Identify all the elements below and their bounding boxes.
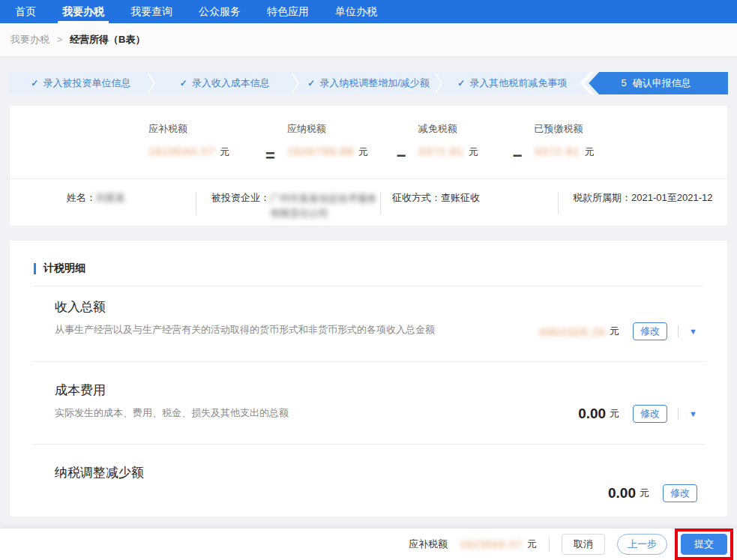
row-value: 0.00	[578, 406, 606, 422]
nav-item-my-tax[interactable]: 我要办税	[58, 0, 109, 23]
step-label: 确认申报信息	[633, 77, 691, 88]
prepaid-tax-label: 已预缴税额	[535, 122, 595, 136]
row-value: 4902328.26	[539, 325, 606, 338]
step-number: 5	[621, 77, 626, 88]
nav-item-home[interactable]: 首页	[10, 0, 40, 23]
breadcrumb: 我要办税 > 经营所得（B表）	[0, 23, 737, 57]
currency-unit: 元	[610, 407, 619, 421]
footer-action-bar: 应补税额 1623044.07 元 取消 上一步 提交	[0, 529, 737, 560]
tax-formula: 应补税额 1623044.07 元 = 应纳税额 1626799.88 元 − …	[10, 106, 727, 178]
payable-tax-value: 1623044.07	[148, 145, 215, 157]
step-wizard: ✓ 录入被投资单位信息 ✓ 录入收入成本信息 ✓ 录入纳税调整增加/减少额 ✓ …	[9, 72, 728, 94]
step-check-icon: ✓	[31, 78, 38, 88]
step-check-icon: ✓	[180, 78, 187, 88]
step-1-invested-unit[interactable]: ✓ 录入被投资单位信息	[9, 72, 153, 94]
step-label: 录入纳税调整增加/减少额	[319, 76, 430, 90]
detail-row-tax-adjust-decrease: 纳税调整减少额 0.00 元 修改	[32, 445, 705, 511]
method-value: 查账征收	[441, 191, 480, 205]
currency-unit: 元	[640, 487, 649, 500]
taxpayer-name-field: 姓名： 刘某某	[67, 191, 196, 226]
currency-unit: 元	[527, 538, 537, 551]
tax-period-field: 税款所属期： 2021-01至2021-12	[559, 191, 727, 226]
prepaid-tax-column: 已预缴税额 3372.81 元	[535, 122, 595, 178]
tax-detail-card: 计税明细 收入总额 从事生产经营以及与生产经营有关的活动取得的货币形式和非货币形…	[9, 240, 728, 517]
assessed-tax-value: 1626799.88	[287, 145, 354, 157]
step-label: 录入收入成本信息	[192, 76, 270, 90]
modify-button[interactable]: 修改	[663, 484, 697, 502]
cancel-button[interactable]: 取消	[562, 534, 605, 555]
section-title: 计税明细	[43, 262, 85, 275]
prepaid-tax-value: 3372.81	[535, 145, 580, 157]
step-separator-chevron-icon	[292, 73, 301, 94]
collection-method-field: 征收方式： 查账征收	[381, 191, 558, 226]
caret-down-icon[interactable]: ▼	[689, 409, 697, 418]
step-4-pre-tax-reduction[interactable]: ✓ 录入其他税前减免事项	[440, 72, 584, 94]
vertical-divider	[549, 537, 550, 552]
row-title: 纳税调整减少额	[55, 464, 697, 481]
step-separator-chevron-icon	[435, 73, 444, 94]
step-label: 录入被投资单位信息	[43, 76, 130, 90]
assessed-tax-column: 应纳税额 1626799.88 元	[287, 122, 385, 178]
previous-step-button[interactable]: 上一步	[617, 534, 667, 555]
currency-unit: 元	[469, 145, 478, 159]
breadcrumb-separator-icon: >	[57, 34, 62, 45]
breadcrumb-current: 经营所得（B表）	[70, 33, 145, 46]
currency-unit: 元	[220, 145, 229, 159]
invested-company-field: 被投资企业： 广州市某某信息技术服务有限责任公司	[196, 191, 380, 226]
row-title: 收入总额	[55, 298, 697, 316]
modify-button[interactable]: 修改	[633, 322, 667, 340]
nav-item-public-service[interactable]: 公众服务	[194, 0, 245, 23]
tax-summary-card: 应补税额 1623044.07 元 = 应纳税额 1626799.88 元 − …	[9, 105, 728, 226]
step-label: 录入其他税前减免事项	[469, 76, 567, 90]
currency-unit: 元	[585, 145, 595, 159]
equals-sign: =	[265, 122, 275, 178]
step-5-confirm-declaration[interactable]: 5确认申报信息	[584, 72, 728, 94]
minus-sign: −	[397, 122, 406, 178]
detail-row-cost-expense: 成本费用 实际发生的成本、费用、税金、损失及其他支出的总额 0.00 元 修改 …	[32, 362, 705, 445]
minus-sign: −	[513, 122, 523, 178]
company-value: 广州市某某信息技术服务有限责任公司	[270, 191, 380, 220]
breadcrumb-parent[interactable]: 我要办税	[10, 33, 49, 46]
taxpayer-info-row: 姓名： 刘某某 被投资企业： 广州市某某信息技术服务有限责任公司 征收方式： 查…	[10, 178, 727, 226]
reduction-tax-column: 减免税额 3372.81 元	[418, 122, 501, 178]
top-nav: 首页 我要办税 我要查询 公众服务 特色应用 单位办税	[0, 0, 737, 23]
reduction-tax-value: 3372.81	[418, 145, 464, 157]
payable-tax-column: 应补税额 1623044.07 元	[148, 122, 253, 178]
modify-button[interactable]: 修改	[633, 405, 667, 423]
assessed-tax-label: 应纳税额	[287, 122, 385, 136]
footer-payable-value: 1623044.07	[460, 538, 523, 550]
section-header: 计税明细	[34, 262, 703, 286]
name-value: 刘某某	[96, 191, 125, 205]
method-label: 征收方式：	[392, 191, 441, 205]
vertical-divider	[678, 408, 679, 420]
period-value: 2021-01至2021-12	[631, 191, 712, 205]
step-3-tax-adjustment[interactable]: ✓ 录入纳税调整增加/减少额	[297, 72, 441, 94]
footer-payable-label: 应补税额	[409, 538, 448, 551]
name-label: 姓名：	[67, 191, 96, 205]
step-check-icon: ✓	[307, 78, 315, 88]
step-2-income-cost[interactable]: ✓ 录入收入成本信息	[153, 72, 297, 94]
currency-unit: 元	[610, 325, 619, 338]
row-value: 0.00	[608, 485, 636, 502]
reduction-tax-label: 减免税额	[418, 122, 501, 136]
step-separator-chevron-icon	[148, 73, 157, 94]
nav-item-query[interactable]: 我要查询	[126, 0, 177, 23]
section-accent-bar	[34, 263, 36, 274]
nav-item-unit-tax[interactable]: 单位办税	[331, 0, 382, 23]
currency-unit: 元	[358, 145, 368, 159]
period-label: 税款所属期：	[573, 191, 631, 205]
nav-item-featured-apps[interactable]: 特色应用	[262, 0, 313, 23]
caret-down-icon[interactable]: ▼	[689, 327, 697, 336]
vertical-divider	[678, 325, 679, 337]
step-check-icon: ✓	[457, 78, 465, 88]
detail-row-total-income: 收入总额 从事生产经营以及与生产经营有关的活动取得的货币形式和非货币形式的各项收…	[32, 286, 705, 362]
company-label: 被投资企业：	[211, 191, 270, 205]
submit-button[interactable]: 提交	[681, 534, 727, 555]
row-title: 成本费用	[55, 382, 697, 399]
payable-tax-label: 应补税额	[148, 122, 253, 136]
